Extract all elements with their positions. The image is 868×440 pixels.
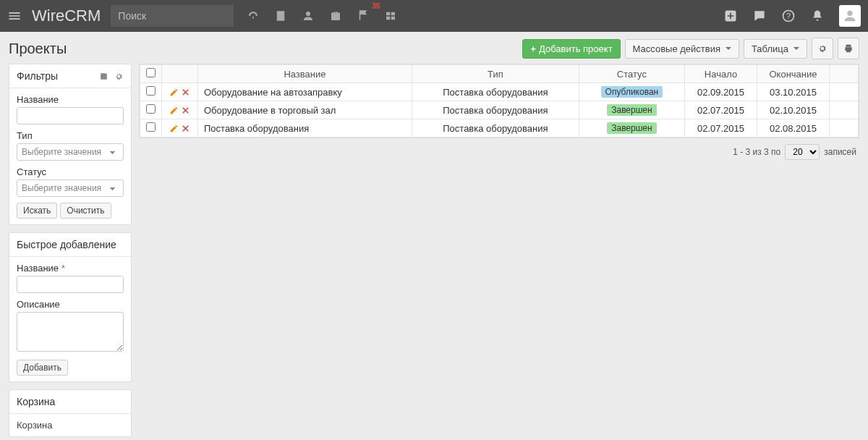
trash-link[interactable]: Корзина xyxy=(17,420,53,431)
table-header-row: Название Тип Статус Начало Окончание xyxy=(140,65,859,83)
filter-status-label: Статус xyxy=(17,166,124,177)
cell-end: 02.10.2015 xyxy=(757,101,830,119)
pager-text: 1 - 3 из 3 по xyxy=(733,147,780,157)
left-column: Фильтры Название Тип Выберите значени xyxy=(9,64,132,437)
pager-suffix: записей xyxy=(824,147,856,157)
delete-icon[interactable] xyxy=(181,124,190,133)
edit-icon[interactable] xyxy=(169,88,179,97)
quickadd-panel: Быстрое добавление Название * Описание Д… xyxy=(9,232,132,382)
projects-table: Название Тип Статус Начало Окончание Обо… xyxy=(139,64,859,138)
quickadd-title: Быстрое добавление xyxy=(17,239,116,250)
cell-start: 02.09.2015 xyxy=(685,83,757,101)
cell-start: 02.07.2015 xyxy=(685,119,757,138)
table-row: Поставка оборудованияПоставка оборудован… xyxy=(140,119,859,138)
status-badge: Опубликован xyxy=(601,86,663,98)
view-mode-button[interactable]: Таблица xyxy=(744,39,807,59)
row-checkbox[interactable] xyxy=(146,86,156,96)
flag-icon-wrap[interactable]: 35 xyxy=(357,9,370,24)
cell-type: Поставка оборудования xyxy=(412,101,579,119)
filters-title: Фильтры xyxy=(17,70,58,82)
cell-name[interactable]: Поставка оборудования xyxy=(198,119,412,138)
trash-panel: Корзина Корзина xyxy=(9,389,132,437)
cell-status: Завершен xyxy=(579,101,684,119)
quickadd-name-label: Название * xyxy=(17,263,124,274)
row-checkbox[interactable] xyxy=(146,122,156,132)
top-navbar: WireCRM 35 ? xyxy=(0,0,868,32)
bell-icon[interactable] xyxy=(810,9,825,23)
plus-icon: + xyxy=(530,43,536,54)
save-filter-icon[interactable] xyxy=(99,72,109,81)
top-icons: 35 xyxy=(247,9,397,24)
col-start[interactable]: Начало xyxy=(685,65,757,83)
svg-text:?: ? xyxy=(786,12,791,20)
menu-icon[interactable] xyxy=(7,9,22,23)
col-status[interactable]: Статус xyxy=(579,65,684,83)
chevron-down-icon xyxy=(793,47,799,50)
page-size-select[interactable]: 20 xyxy=(785,144,820,160)
cell-name[interactable]: Оборудование в торговый зал xyxy=(198,101,412,119)
cell-status: Завершен xyxy=(579,119,684,138)
col-name[interactable]: Название xyxy=(198,65,412,83)
main-column: Название Тип Статус Начало Окончание Обо… xyxy=(139,64,859,166)
user-avatar[interactable] xyxy=(839,5,861,27)
status-badge: Завершен xyxy=(607,104,656,116)
filter-status-select[interactable]: Выберите значения xyxy=(17,179,124,197)
help-icon[interactable]: ? xyxy=(781,9,796,23)
chevron-down-icon xyxy=(726,47,731,50)
select-all-checkbox[interactable] xyxy=(146,68,156,77)
trash-title: Корзина xyxy=(17,396,55,407)
cell-end: 02.08.2015 xyxy=(757,119,830,138)
chat-icon[interactable] xyxy=(752,9,767,23)
filter-type-select[interactable]: Выберите значения xyxy=(17,143,124,161)
filter-search-button[interactable]: Искать xyxy=(17,203,57,219)
filter-name-label: Название xyxy=(17,94,124,105)
quickadd-desc-input[interactable] xyxy=(17,312,124,352)
head-actions: + Добавить проект Массовые действия Табл… xyxy=(522,38,859,59)
filter-name-input[interactable] xyxy=(17,107,124,124)
building-icon[interactable] xyxy=(274,9,287,22)
person-icon[interactable] xyxy=(302,9,315,22)
apps-icon[interactable] xyxy=(384,9,397,22)
delete-icon[interactable] xyxy=(181,88,190,97)
bulk-actions-label: Массовые действия xyxy=(633,43,720,54)
quickadd-desc-label: Описание xyxy=(17,299,124,310)
col-end[interactable]: Окончание xyxy=(757,65,830,83)
print-button[interactable] xyxy=(838,38,859,59)
bulk-actions-button[interactable]: Массовые действия xyxy=(625,39,739,59)
cell-end: 03.10.2015 xyxy=(757,83,830,101)
print-icon xyxy=(843,43,854,54)
cell-type: Поставка оборудования xyxy=(412,119,579,138)
view-mode-label: Таблица xyxy=(752,43,788,54)
cell-type: Поставка оборудования xyxy=(412,83,579,101)
quickadd-submit-button[interactable]: Добавить xyxy=(17,360,68,376)
edit-icon[interactable] xyxy=(169,106,179,115)
brand-logo[interactable]: WireCRM xyxy=(32,7,101,25)
status-badge: Завершен xyxy=(607,122,656,134)
dashboard-icon[interactable] xyxy=(247,9,260,22)
flag-badge: 35 xyxy=(372,2,380,10)
filter-type-label: Тип xyxy=(17,130,124,141)
content-row: Фильтры Название Тип Выберите значени xyxy=(9,64,859,437)
cell-start: 02.07.2015 xyxy=(685,101,757,119)
delete-icon[interactable] xyxy=(181,106,190,115)
add-project-label: Добавить проект xyxy=(539,43,613,54)
cell-name[interactable]: Оборудование на автозаправку xyxy=(198,83,412,101)
topbar-right: ? xyxy=(723,5,861,27)
cell-status: Опубликован xyxy=(579,83,684,101)
plus-box-icon[interactable] xyxy=(723,9,738,23)
quickadd-name-input[interactable] xyxy=(17,276,124,293)
filters-panel: Фильтры Название Тип Выберите значени xyxy=(9,64,132,225)
filter-clear-button[interactable]: Очистить xyxy=(60,203,111,219)
gear-icon[interactable] xyxy=(114,72,124,81)
page-head: Проекты + Добавить проект Массовые дейст… xyxy=(9,38,859,59)
table-row: Оборудование в торговый залПоставка обор… xyxy=(140,101,859,119)
briefcase-icon[interactable] xyxy=(329,9,342,22)
edit-icon[interactable] xyxy=(169,124,179,133)
add-project-button[interactable]: + Добавить проект xyxy=(522,39,620,59)
pager: 1 - 3 из 3 по 20 записей xyxy=(139,138,859,166)
search-input[interactable] xyxy=(111,5,234,27)
settings-button[interactable] xyxy=(812,38,833,59)
gear-icon xyxy=(817,43,827,54)
row-checkbox[interactable] xyxy=(146,104,156,114)
col-type[interactable]: Тип xyxy=(412,65,579,83)
